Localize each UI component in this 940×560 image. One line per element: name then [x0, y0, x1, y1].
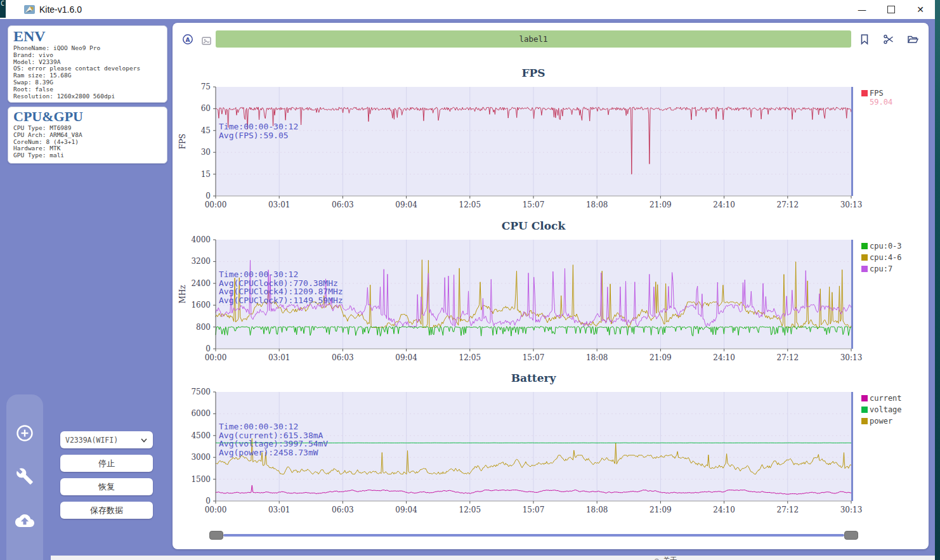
svg-text:15:07: 15:07	[523, 200, 545, 209]
maximize-icon	[887, 6, 895, 13]
svg-text:21:09: 21:09	[650, 200, 672, 209]
upload-button[interactable]	[14, 510, 36, 531]
close-button[interactable]: ✕	[906, 0, 935, 19]
cpu-arch: CPU Arch: ARM64_V8A	[13, 132, 162, 139]
svg-text:12:05: 12:05	[459, 505, 481, 514]
svg-text:A: A	[186, 37, 190, 43]
open-folder-button[interactable]	[906, 32, 920, 46]
cpu-gpu-card: CPU&GPU CPU Type: MT6989 CPU Arch: ARM64…	[8, 107, 167, 164]
fps-chart[interactable]: 0153045607500:0003:0106:0309:0412:0515:0…	[173, 61, 929, 209]
range-slider-handle-right[interactable]	[844, 531, 858, 540]
battery-chart[interactable]: 01500300045006000750000:0003:0106:0309:0…	[173, 366, 929, 514]
plus-circle-icon	[16, 424, 34, 442]
svg-text:06:03: 06:03	[332, 200, 354, 209]
resume-button[interactable]: 恢复	[60, 478, 153, 495]
svg-text:0: 0	[206, 497, 211, 505]
main-panel: A label1	[173, 23, 929, 549]
circle-a-icon: A	[182, 34, 193, 45]
svg-text:800: 800	[196, 323, 211, 332]
maximize-button[interactable]	[877, 0, 906, 19]
svg-text:1500: 1500	[191, 475, 211, 484]
app-icon	[24, 4, 35, 15]
svg-text:MHz: MHz	[178, 285, 187, 303]
auto-label-button[interactable]: A	[181, 32, 195, 46]
svg-text:FPS: FPS	[178, 134, 187, 150]
svg-text:0: 0	[206, 192, 211, 200]
svg-text:27:12: 27:12	[777, 505, 799, 514]
svg-text:03:01: 03:01	[268, 353, 290, 362]
svg-text:24:10: 24:10	[713, 353, 735, 362]
app-body: ENV PhoneName: iQOO Neo9 Pro Brand: vivo…	[0, 19, 935, 560]
svg-text:24:10: 24:10	[713, 200, 735, 209]
image-icon	[202, 37, 211, 45]
scissors-icon	[883, 34, 894, 45]
cut-button[interactable]	[882, 32, 896, 46]
svg-text:27:12: 27:12	[777, 200, 799, 209]
device-select[interactable]: V2339A(WIFI)	[60, 431, 153, 448]
svg-text:30: 30	[201, 148, 211, 157]
label-input-value: label1	[519, 34, 547, 44]
desktop-edge-strip	[935, 0, 940, 560]
svg-text:2400: 2400	[191, 279, 211, 288]
svg-text:FPS: FPS	[521, 67, 545, 79]
svg-text:cpu:7: cpu:7	[870, 264, 892, 273]
svg-text:3000: 3000	[191, 453, 211, 462]
svg-text:15: 15	[201, 170, 211, 179]
svg-text:00:00: 00:00	[205, 505, 227, 514]
env-title: ENV	[13, 29, 162, 44]
svg-text:59.04: 59.04	[870, 98, 892, 107]
svg-text:cpu:4-6: cpu:4-6	[870, 253, 902, 262]
svg-text:current: current	[870, 394, 902, 403]
label-input[interactable]: label1	[216, 30, 851, 48]
env-resolution: Resolution: 1260x2800 560dpi	[13, 93, 162, 100]
cpu-clock-chart[interactable]: 0800160024003200400000:0003:0106:0309:04…	[173, 214, 929, 362]
settings-button[interactable]	[14, 466, 36, 487]
svg-text:06:03: 06:03	[332, 505, 354, 514]
env-root: Root: false	[13, 86, 162, 93]
svg-text:0: 0	[206, 344, 211, 353]
svg-text:7500: 7500	[191, 387, 211, 396]
svg-text:15:07: 15:07	[523, 353, 545, 362]
folder-icon	[907, 34, 918, 44]
svg-text:09:04: 09:04	[395, 353, 417, 362]
svg-text:24:10: 24:10	[713, 505, 735, 514]
svg-text:30:13: 30:13	[840, 200, 863, 209]
range-slider-track[interactable]	[223, 534, 844, 537]
svg-text:21:09: 21:09	[650, 353, 672, 362]
minimize-icon: —	[858, 4, 866, 15]
icon-rail	[6, 394, 43, 560]
footer-strip: ◎ 关于…	[51, 556, 935, 560]
bookmark-icon	[859, 34, 870, 45]
range-slider-handle-left[interactable]	[209, 531, 223, 540]
stop-button[interactable]: 停止	[60, 455, 153, 472]
env-card: ENV PhoneName: iQOO Neo9 Pro Brand: vivo…	[8, 25, 167, 103]
add-device-button[interactable]	[14, 422, 36, 444]
wrench-icon	[16, 467, 34, 485]
svg-text:Avg(power):2458.73mW: Avg(power):2458.73mW	[219, 448, 318, 457]
minimize-button[interactable]: —	[847, 0, 877, 19]
save-data-button-label: 保存数据	[90, 505, 123, 516]
bookmark-button[interactable]	[858, 32, 871, 46]
screenshot-button[interactable]	[199, 34, 213, 48]
save-data-button[interactable]: 保存数据	[60, 502, 153, 519]
desktop-corner: C	[0, 0, 6, 18]
svg-text:18:08: 18:08	[586, 200, 608, 209]
about-link[interactable]: ◎ 关于…	[655, 556, 681, 560]
svg-text:cpu:0-3: cpu:0-3	[870, 242, 902, 251]
svg-text:27:12: 27:12	[777, 353, 799, 362]
svg-text:00:00: 00:00	[205, 353, 227, 362]
svg-text:Battery: Battery	[511, 372, 557, 384]
svg-text:12:05: 12:05	[459, 200, 481, 209]
svg-text:3200: 3200	[191, 257, 211, 266]
svg-text:60: 60	[201, 104, 211, 113]
cloud-upload-icon	[15, 512, 34, 529]
svg-text:Avg(FPS):59.05: Avg(FPS):59.05	[219, 131, 289, 140]
title-bar: Kite-v1.6.0 — ✕	[0, 0, 935, 19]
svg-text:00:00: 00:00	[205, 200, 227, 209]
svg-text:FPS: FPS	[870, 89, 884, 98]
svg-text:09:04: 09:04	[395, 505, 417, 514]
svg-text:18:08: 18:08	[586, 505, 608, 514]
env-brand: Brand: vivo	[13, 52, 162, 59]
svg-text:21:09: 21:09	[650, 505, 672, 514]
chevron-down-icon	[140, 437, 148, 443]
